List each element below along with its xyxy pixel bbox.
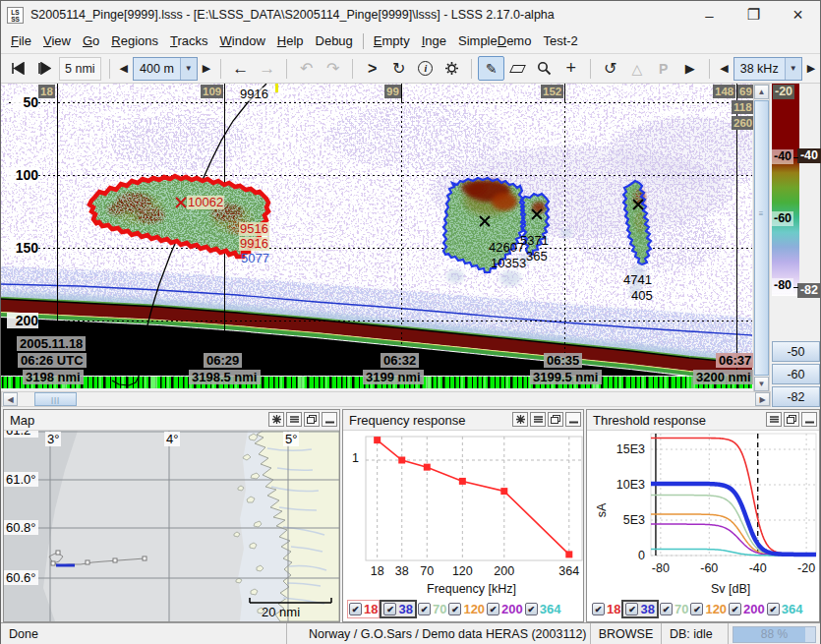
- menu-go[interactable]: Go: [77, 29, 105, 52]
- status-survey: Norway / G.O.Sars / Demo data HERAS (200…: [287, 623, 591, 644]
- frequency-increase-button[interactable]: ▶: [803, 56, 819, 81]
- refresh-button[interactable]: ↻: [385, 56, 412, 81]
- info-button[interactable]: i: [412, 56, 439, 81]
- maximize-button[interactable]: ❐: [732, 1, 776, 29]
- svg-text:-40: -40: [749, 561, 767, 575]
- sv-colorbar[interactable]: [772, 84, 799, 296]
- legend-label-18: 18: [607, 602, 620, 616]
- forward-button[interactable]: →: [254, 56, 280, 81]
- frequency-checkbox-200[interactable]: ✔: [729, 603, 741, 615]
- svg-text:200: 200: [494, 564, 514, 578]
- legend-item-18: ✔18: [347, 600, 380, 618]
- map-panel-header: Map: [4, 410, 339, 431]
- threshold-marker-82[interactable]: -82: [797, 283, 821, 298]
- scroll-down-button[interactable]: ▼: [754, 377, 769, 391]
- menu-debug[interactable]: Debug: [310, 29, 359, 52]
- depth-range-increase-button[interactable]: ▶: [199, 56, 214, 81]
- minimize-icon[interactable]: [322, 412, 337, 427]
- map-lat-label: 61.0°: [4, 472, 38, 487]
- frequency-ytick: 1: [352, 451, 359, 465]
- range-button--60[interactable]: -60: [772, 364, 820, 384]
- svg-text:18: 18: [371, 564, 384, 578]
- restore-icon[interactable]: [304, 412, 320, 427]
- scroll-up-button[interactable]: ▲: [754, 85, 769, 99]
- play-button[interactable]: >: [359, 56, 385, 81]
- settings-asterisk-icon[interactable]: [512, 412, 528, 427]
- undo-button[interactable]: ↶: [293, 56, 320, 81]
- svg-text:5E3: 5E3: [623, 513, 645, 527]
- minimize-button[interactable]: –: [687, 1, 732, 29]
- horizontal-scrollbar-thumb[interactable]: |||: [34, 392, 77, 406]
- frequency-combo[interactable]: 38 kHz ▼: [733, 57, 802, 81]
- frequency-decrease-button[interactable]: ◀: [716, 56, 732, 81]
- legend-item-70: ✔70: [417, 601, 447, 617]
- menu-simpledemo[interactable]: SimpleDemo: [452, 29, 537, 52]
- range-button--50[interactable]: -50: [772, 341, 820, 362]
- frequency-checkbox-18[interactable]: ✔: [592, 603, 605, 615]
- echogram-vertical-scrollbar[interactable]: ▲ ≡ ▼: [753, 84, 770, 391]
- frequency-checkbox-38[interactable]: ✔: [625, 603, 638, 615]
- menu-inge[interactable]: Inge: [416, 29, 452, 52]
- range-button--82[interactable]: -82: [772, 386, 820, 407]
- vertical-scrollbar-thumb[interactable]: ≡: [754, 100, 769, 376]
- legend-item-120: ✔120: [689, 601, 728, 617]
- eraser-tool-button[interactable]: [504, 56, 531, 81]
- echogram-horizontal-scrollbar[interactable]: ◀ ||| ▶: [1, 391, 771, 407]
- menu-view[interactable]: View: [37, 29, 77, 52]
- settings-gear-button[interactable]: [439, 56, 465, 81]
- legend-label-38: 38: [640, 602, 654, 616]
- frequency-checkbox-120[interactable]: ✔: [690, 603, 703, 615]
- chevron-down-icon[interactable]: ▼: [785, 58, 801, 80]
- depth-range-decrease-button[interactable]: ◀: [116, 56, 132, 81]
- chevron-down-icon[interactable]: ▼: [180, 58, 197, 80]
- map-canvas[interactable]: [4, 431, 339, 621]
- close-button[interactable]: ×: [776, 1, 820, 29]
- back-button[interactable]: ←: [227, 56, 254, 81]
- menu-icon[interactable]: [766, 412, 782, 427]
- toolbar: 5 nmi ◀ 400 m ▼ ▶ ← → ↶ ↷ > ↻ i ✎ + ↺ △ …: [1, 54, 820, 84]
- frequency-checkbox-70[interactable]: ✔: [660, 603, 673, 615]
- frequency-checkbox-364[interactable]: ✔: [525, 603, 538, 615]
- map-lon-label: 3°: [45, 432, 61, 446]
- menu-regions[interactable]: Regions: [105, 29, 164, 52]
- scroll-right-button[interactable]: ▶: [755, 392, 770, 406]
- reset-view-button[interactable]: ↺: [597, 56, 623, 81]
- menu-test-2[interactable]: Test-2: [537, 29, 583, 52]
- settings-asterisk-icon[interactable]: [268, 412, 284, 427]
- add-tool-button[interactable]: +: [557, 56, 584, 81]
- menu-window[interactable]: Window: [214, 29, 271, 52]
- depth-range-combo[interactable]: 400 m ▼: [133, 57, 198, 81]
- redo-button[interactable]: ↷: [320, 56, 346, 81]
- menu-tracks[interactable]: Tracks: [164, 29, 214, 52]
- restore-icon[interactable]: [784, 412, 799, 427]
- colorbar-tick-top: -20: [773, 85, 794, 99]
- window-title: S2005114_Pinge[9999].lsss - [E:\LSSS_DAT…: [30, 8, 555, 22]
- play-forward-button[interactable]: ▶: [676, 56, 703, 81]
- frequency-checkbox-38[interactable]: ✔: [383, 603, 396, 615]
- legend-label-200: 200: [743, 602, 765, 616]
- zoom-tool-button[interactable]: [531, 56, 557, 81]
- frequency-checkbox-364[interactable]: ✔: [767, 603, 780, 615]
- legend-label-18: 18: [364, 602, 378, 616]
- threshold-marker-40[interactable]: -40: [797, 148, 821, 163]
- step-backward-button[interactable]: [4, 56, 30, 81]
- step-forward-button[interactable]: [30, 56, 57, 81]
- menu-help[interactable]: Help: [271, 29, 310, 52]
- frequency-checkbox-70[interactable]: ✔: [418, 603, 431, 615]
- frequency-panel-title: Frequency response: [349, 413, 466, 428]
- echogram-canvas[interactable]: [1, 84, 752, 391]
- menu-icon[interactable]: [286, 412, 302, 427]
- frequency-checkbox-18[interactable]: ✔: [349, 603, 362, 615]
- scroll-left-button[interactable]: ◀: [3, 392, 18, 406]
- menu-icon[interactable]: [530, 412, 546, 427]
- menu-empty[interactable]: Empty: [368, 29, 416, 52]
- minimize-icon[interactable]: [801, 412, 817, 427]
- frequency-checkbox-120[interactable]: ✔: [448, 603, 461, 615]
- frequency-checkbox-200[interactable]: ✔: [487, 603, 499, 615]
- pencil-tool-button[interactable]: ✎: [478, 56, 504, 81]
- p-mode-button[interactable]: P: [650, 56, 676, 81]
- minimize-icon[interactable]: [565, 412, 581, 427]
- restore-icon[interactable]: [548, 412, 563, 427]
- beam-view-button[interactable]: △: [623, 56, 650, 81]
- menu-file[interactable]: File: [5, 29, 37, 52]
